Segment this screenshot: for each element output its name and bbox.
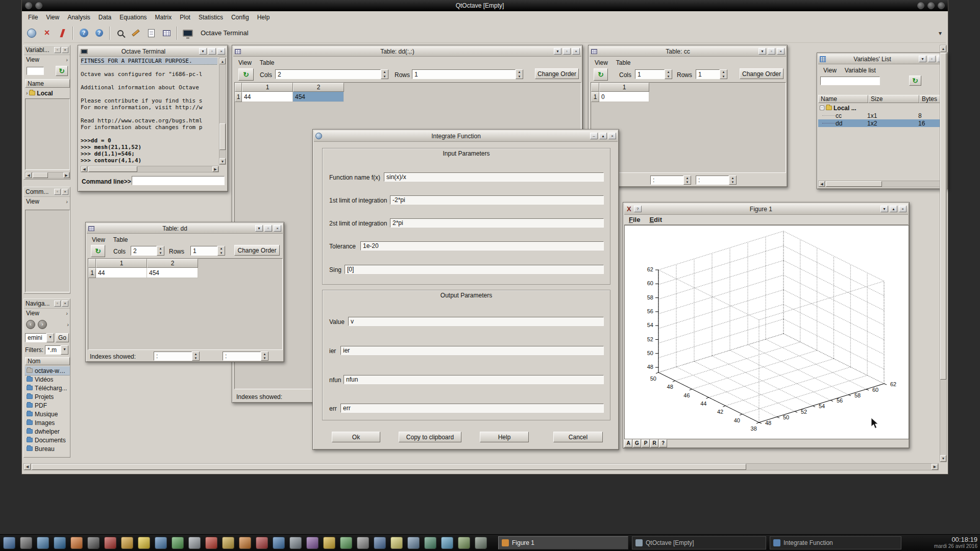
spin-down-icon[interactable]: ▼ — [684, 180, 691, 184]
float-icon[interactable]: ▫ — [768, 48, 775, 55]
spin-arrows[interactable]: ▲▼ — [261, 352, 268, 361]
table-cell-selected[interactable]: 454 — [293, 92, 344, 102]
context-help-icon[interactable]: ? — [91, 26, 107, 41]
launcher-menu-icon[interactable] — [3, 537, 15, 549]
figure-menu-file[interactable]: File — [624, 215, 645, 224]
value-field[interactable]: v — [348, 317, 604, 326]
download-icon[interactable] — [424, 537, 436, 549]
forward-icon[interactable]: › — [38, 320, 47, 329]
column-header[interactable]: 1 — [96, 259, 147, 268]
variables-hscrollbar[interactable]: ◀ ▶ — [25, 172, 70, 179]
index-spinbox[interactable]: : ▲▼ — [650, 176, 691, 185]
spin-arrows[interactable]: ▲▼ — [217, 246, 225, 256]
shade-icon[interactable]: ▾ — [880, 206, 888, 212]
help-button[interactable]: Help — [480, 432, 529, 442]
window-menu-icon[interactable] — [25, 2, 32, 9]
scrollbar-slider[interactable] — [219, 123, 226, 150]
scroll-right-icon[interactable]: ▶ — [63, 172, 69, 178]
pin-icon[interactable] — [35, 2, 42, 9]
function-name-field[interactable]: sin(x)/x — [384, 172, 604, 182]
terminal-vscrollbar[interactable]: ▲ ▼ — [219, 58, 226, 165]
navigator-item[interactable]: PDF — [25, 401, 70, 410]
spin-up-icon[interactable]: ▲ — [218, 246, 225, 251]
index-spinbox[interactable]: : ▲▼ — [696, 176, 737, 185]
cols-spinbox[interactable]: 2 ▲▼ — [131, 246, 164, 256]
spin-arrows[interactable]: ▲▼ — [729, 176, 737, 185]
nfun-field[interactable]: nfun — [344, 375, 604, 384]
go-button[interactable]: Go — [56, 333, 69, 342]
refresh-button[interactable]: ↻ — [91, 245, 105, 257]
shade-icon[interactable]: ▾ — [919, 56, 926, 62]
package-icon[interactable] — [172, 537, 184, 549]
close-icon[interactable]: × — [217, 48, 225, 55]
help-icon[interactable]: ? — [76, 26, 91, 41]
octave-logo-icon[interactable] — [24, 26, 39, 41]
scroll-up-icon[interactable]: ▲ — [940, 45, 946, 52]
pdf-icon[interactable] — [205, 537, 217, 549]
close-icon[interactable]: × — [274, 225, 281, 232]
variables-row-cc[interactable]: cc 1x1 8 — [818, 112, 946, 119]
menu-statistics[interactable]: Statistics — [194, 12, 227, 22]
scroll-up-icon[interactable]: ▲ — [219, 58, 226, 64]
figure-tool-help[interactable]: ? — [659, 439, 667, 447]
table-cell[interactable]: 454 — [147, 268, 198, 278]
media-player-icon[interactable] — [256, 537, 268, 549]
spin-arrows[interactable]: ▲▼ — [665, 69, 672, 79]
quit-icon[interactable]: × — [39, 26, 55, 41]
navigator-item[interactable]: dwhelper — [25, 427, 70, 436]
float-icon[interactable]: ▫ — [264, 225, 272, 232]
navigator-item[interactable]: Images — [25, 418, 70, 427]
spin-down-icon[interactable]: ▼ — [261, 356, 268, 360]
spin-down-icon[interactable]: ▼ — [665, 74, 672, 79]
nom-column-header[interactable]: Nom — [25, 357, 70, 365]
terminal-hscrollbar[interactable]: ◀ ▶ — [81, 166, 219, 172]
variables-list-titlebar[interactable]: Variables' List ▾ ▫ × — [818, 54, 946, 64]
menu-table[interactable]: Table — [612, 58, 635, 68]
menu-analysis[interactable]: Analysis — [63, 12, 94, 22]
spin-up-icon[interactable]: ▲ — [720, 70, 727, 74]
variables-filter-field[interactable] — [27, 67, 44, 75]
index-spinbox[interactable]: : ▲▼ — [154, 352, 200, 361]
spin-up-icon[interactable]: ▲ — [684, 176, 691, 180]
terminal-app-icon[interactable] — [87, 537, 100, 549]
calculator-icon[interactable] — [374, 537, 386, 549]
figure-titlebar[interactable]: X ? Figure 1 ▾ ▴ × — [624, 204, 908, 215]
spin-up-icon[interactable]: ▲ — [261, 352, 268, 356]
firefox-icon[interactable] — [70, 537, 83, 549]
edit-icon[interactable] — [128, 26, 143, 41]
screen-lock-icon[interactable] — [323, 537, 335, 549]
column-header[interactable]: 1 — [242, 83, 293, 92]
close-icon[interactable]: × — [608, 133, 616, 139]
change-order-button[interactable]: Change Order — [740, 68, 783, 79]
spin-up-icon[interactable]: ▲ — [192, 352, 199, 356]
menu-table[interactable]: Table — [256, 58, 279, 68]
table-dd-full-titlebar[interactable]: Table: dd(:,:) ▾ ▫ × — [233, 46, 581, 57]
back-icon[interactable]: ‹ — [26, 320, 35, 329]
system-monitor-icon[interactable] — [458, 537, 470, 549]
navigator-item[interactable]: Bureau — [25, 444, 70, 453]
combo-arrow[interactable]: ▾ — [46, 333, 54, 342]
variables-tree-row[interactable]: › Local — [25, 89, 70, 97]
zoom-icon[interactable] — [113, 26, 128, 41]
spin-up-icon[interactable]: ▲ — [516, 70, 523, 74]
menu-file[interactable]: File — [24, 12, 42, 22]
navigator-item[interactable]: Musique — [25, 410, 70, 418]
menu-view[interactable]: View — [234, 58, 256, 68]
cols-spinbox[interactable]: 2 ▲▼ — [275, 69, 388, 79]
variables-list-hscrollbar[interactable]: ◀ ▶ — [818, 181, 946, 187]
ier-field[interactable]: ier — [340, 346, 604, 355]
table-icon[interactable] — [159, 26, 174, 41]
second-limit-field[interactable]: 2*pi — [390, 218, 604, 228]
games-icon[interactable] — [306, 537, 318, 549]
terminal-titlebar[interactable]: Octave Terminal ▾ ▫ × — [79, 46, 227, 57]
chevron-right-icon[interactable]: › — [66, 57, 68, 63]
float-icon[interactable]: ▫ — [54, 300, 61, 307]
disk-utility-icon[interactable] — [407, 537, 420, 549]
menu-matrix[interactable]: Matrix — [151, 12, 176, 22]
trash-icon[interactable] — [475, 537, 487, 549]
menu-view[interactable]: View — [26, 198, 39, 205]
spin-down-icon[interactable]: ▼ — [516, 74, 523, 79]
shade-icon[interactable]: ▾ — [554, 48, 561, 55]
row-header[interactable]: 1 — [235, 92, 242, 102]
ok-button[interactable]: Ok — [332, 432, 380, 442]
